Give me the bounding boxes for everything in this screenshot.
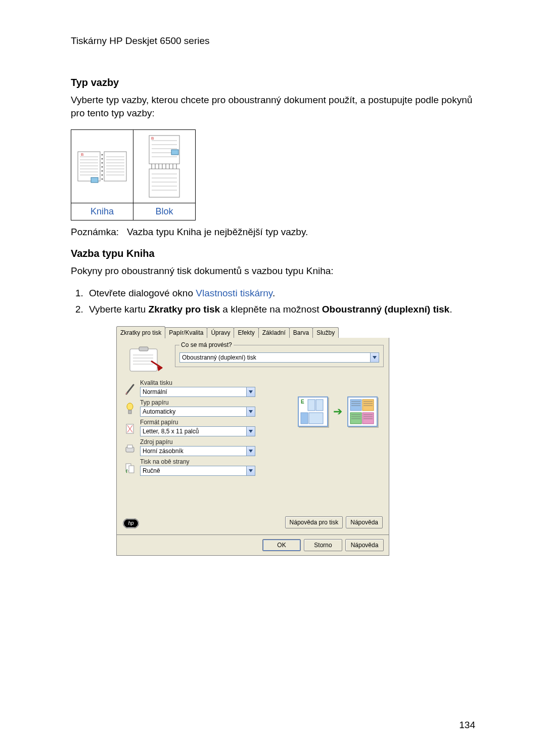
- chevron-down-icon[interactable]: [246, 447, 255, 456]
- step1-post: .: [272, 288, 275, 298]
- task-combo-value: Oboustranný (duplexní) tisk: [180, 353, 370, 362]
- duplex-combo[interactable]: Ručně: [140, 466, 255, 476]
- steps-list: Otevřete dialogové okno Vlastnosti tiská…: [71, 287, 475, 317]
- task-combo[interactable]: Oboustranný (duplexní) tisk: [179, 352, 379, 363]
- tab-strip: Zkratky pro tisk Papír/Kvalita Úpravy Ef…: [116, 327, 389, 338]
- section-heading-kniha: Vazba typu Kniha: [71, 248, 475, 259]
- binding-block-link[interactable]: Blok: [133, 203, 195, 220]
- svg-rect-48: [139, 347, 148, 351]
- help-button-inner[interactable]: Nápověda: [346, 516, 383, 528]
- task-clipboard-icon: [122, 345, 170, 375]
- step2-bold-2: Oboustranný (duplexní) tisk: [322, 304, 449, 315]
- page-number: 134: [459, 720, 475, 731]
- preview-page-back: [347, 396, 378, 427]
- note-prefix: Poznámka:: [71, 227, 119, 237]
- svg-point-17: [102, 158, 103, 160]
- papersize-label: Formát papíru: [140, 419, 255, 426]
- print-help-button[interactable]: Nápověda pro tisk: [285, 516, 343, 528]
- svg-rect-70: [301, 413, 308, 424]
- svg-rect-1: [104, 152, 126, 181]
- cancel-button[interactable]: Storno: [304, 539, 342, 551]
- tab-papir-kvalita[interactable]: Papír/Kvalita: [165, 327, 207, 338]
- svg-rect-57: [128, 410, 131, 414]
- papertype-combo[interactable]: Automaticky: [140, 407, 255, 417]
- duplex-icon: [124, 461, 136, 476]
- svg-marker-55: [249, 390, 253, 393]
- inner-button-row: Nápověda pro tisk Nápověda: [285, 516, 383, 528]
- svg-rect-71: [309, 413, 323, 424]
- papersize-combo[interactable]: Letter, 8,5 x 11 palců: [140, 426, 255, 436]
- papersize-value: Letter, 8,5 x 11 palců: [141, 427, 246, 436]
- document-page: Tiskárny HP Deskjet 6500 series Typ vazb…: [0, 0, 546, 756]
- chevron-down-icon[interactable]: [246, 407, 255, 416]
- tab-zakladni[interactable]: Základní: [258, 327, 290, 338]
- svg-marker-63: [249, 450, 253, 453]
- duplex-preview: E ➔: [298, 396, 378, 427]
- quality-combo[interactable]: Normální: [140, 387, 255, 397]
- svg-text:E: E: [301, 399, 304, 405]
- note-body: Vazba typu Kniha je nejběžnější typ vazb…: [127, 227, 308, 237]
- papersource-combo[interactable]: Horní zásobník: [140, 446, 255, 456]
- step2-mid: a klepněte na možnost: [220, 304, 322, 315]
- binding-book-link[interactable]: Kniha: [71, 203, 133, 220]
- svg-point-22: [102, 179, 103, 180]
- note-text: Poznámka: Vazba typu Kniha je nejběžnějš…: [71, 226, 475, 239]
- svg-rect-74: [350, 413, 361, 424]
- hp-logo-icon: hp: [123, 518, 139, 528]
- step2-bold-1: Zkratky pro tisk: [149, 304, 220, 315]
- tab-upravy[interactable]: Úpravy: [207, 327, 234, 338]
- svg-rect-68: [308, 399, 315, 411]
- svg-rect-69: [316, 399, 323, 411]
- svg-rect-62: [127, 445, 132, 448]
- product-header: Tiskárny HP Deskjet 6500 series: [71, 35, 475, 47]
- chevron-down-icon[interactable]: [246, 427, 255, 436]
- step-1: Otevřete dialogové okno Vlastnosti tiská…: [86, 287, 475, 300]
- papertype-icon: [124, 402, 136, 417]
- binding-book-icon: B: [71, 130, 133, 203]
- svg-marker-66: [249, 469, 253, 472]
- svg-point-19: [102, 166, 103, 168]
- step2-post: .: [449, 304, 452, 315]
- svg-rect-72: [350, 399, 361, 411]
- step2-pre: Vyberte kartu: [89, 304, 149, 315]
- binding-type-table: B: [71, 129, 196, 220]
- printer-properties-dialog: Zkratky pro tisk Papír/Kvalita Úpravy Ef…: [116, 327, 389, 556]
- tab-barva[interactable]: Barva: [289, 327, 313, 338]
- svg-rect-46: [171, 150, 178, 155]
- svg-rect-73: [362, 399, 374, 411]
- papersize-icon: [124, 421, 136, 436]
- printer-properties-link[interactable]: Vlastnosti tiskárny: [196, 288, 272, 298]
- tab-zkratky[interactable]: Zkratky pro tisk: [116, 326, 165, 338]
- quality-icon: [124, 382, 136, 397]
- svg-text:B: B: [81, 152, 83, 157]
- task-groupbox-title: Co se má provést?: [179, 341, 234, 348]
- svg-marker-54: [373, 356, 377, 359]
- svg-rect-65: [129, 466, 134, 473]
- papersource-icon: [124, 441, 136, 456]
- duplex-label: Tisk na obě strany: [140, 458, 255, 465]
- preview-page-front: E: [298, 396, 328, 427]
- svg-point-20: [102, 170, 103, 172]
- svg-rect-24: [91, 177, 98, 183]
- papersource-label: Zdroj papíru: [140, 438, 255, 446]
- section-body: Vyberte typ vazby, kterou chcete pro obo…: [71, 94, 475, 119]
- svg-point-18: [102, 162, 103, 164]
- ok-button[interactable]: OK: [262, 539, 301, 551]
- tab-efekty[interactable]: Efekty: [234, 327, 258, 338]
- chevron-down-icon[interactable]: [370, 353, 379, 362]
- chevron-down-icon[interactable]: [246, 466, 255, 475]
- arrow-right-icon: ➔: [333, 405, 342, 418]
- svg-text:B: B: [151, 136, 154, 141]
- chevron-down-icon[interactable]: [246, 387, 255, 396]
- papersource-value: Horní zásobník: [141, 447, 246, 456]
- duplex-value: Ručně: [141, 466, 246, 475]
- task-groupbox: Co se má provést? Oboustranný (duplexní)…: [175, 345, 384, 367]
- tab-sluzby[interactable]: Služby: [312, 327, 339, 338]
- papertype-label: Typ papíru: [140, 399, 255, 406]
- step-2: Vyberte kartu Zkratky pro tisk a klepnět…: [86, 303, 475, 317]
- tab-panel: Co se má provést? Oboustranný (duplexní)…: [116, 338, 389, 535]
- section-heading-typ-vazby: Typ vazby: [71, 77, 475, 88]
- help-button[interactable]: Nápověda: [345, 539, 384, 551]
- binding-notepad-icon: B: [133, 130, 195, 203]
- quality-label: Kvalita tisku: [140, 379, 255, 386]
